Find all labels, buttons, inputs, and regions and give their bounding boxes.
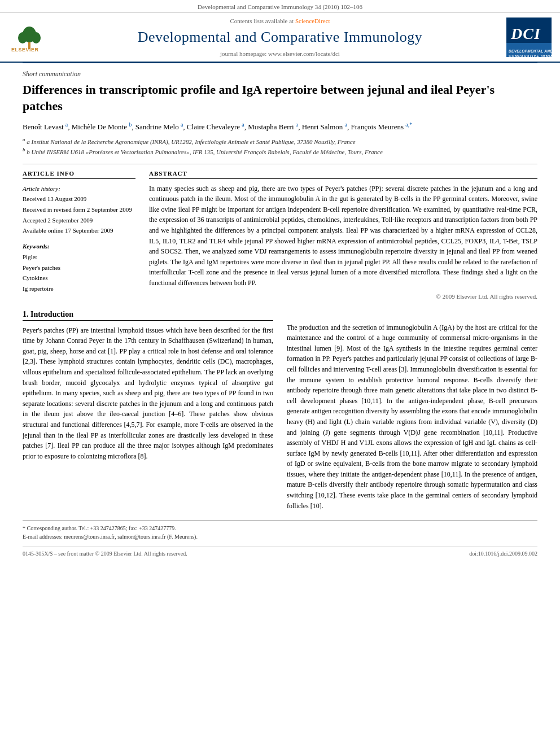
introduction-section: 1. Introduction Peyer's patches (PP) are… (23, 310, 537, 512)
keywords-section: Keywords: Piglet Peyer's patches Cytokin… (23, 243, 135, 294)
left-col-info: ARTICLE INFO Article history: Received 1… (23, 170, 135, 300)
bottom-bar: 0145-305X/$ – see front matter © 2009 El… (23, 547, 537, 557)
issn-text: 0145-305X/$ – see front matter © 2009 El… (23, 551, 187, 557)
header-left: ELSEVIER (6, 18, 56, 57)
intro-left-text: Peyer's patches (PP) are intestinal lymp… (23, 325, 273, 462)
footer-area: * Corresponding author. Tel.: +33 247427… (23, 520, 537, 541)
two-column-body: 1. Introduction Peyer's patches (PP) are… (23, 310, 537, 512)
authors-text: Benoît Levast a, Michèle De Monte b, San… (23, 123, 412, 131)
elsevier-logo: ELSEVIER (8, 22, 54, 53)
svg-point-2 (18, 32, 27, 43)
header-center: Contents lists available at ScienceDirec… (61, 18, 499, 57)
affiliation-b: b b Unité INSERM U618 «Protéases et Vect… (23, 146, 537, 156)
journal-citation: Developmental and Comparative Immunology… (198, 3, 362, 10)
accepted-date: Accepted 2 September 2009 (23, 215, 135, 226)
svg-text:DCI: DCI (510, 25, 541, 42)
article-history: Article history: Received 13 August 2009… (23, 184, 135, 236)
header-right: DCI DEVELOPMENTAL AND COMPARATIVE IMMUNO… (504, 18, 554, 57)
contents-label: Contents lists available at (230, 18, 294, 24)
top-bar: Developmental and Comparative Immunology… (0, 0, 560, 13)
affiliations: a a Institut National de la Recherche Ag… (23, 136, 537, 156)
homepage-label: journal homepage: www.elsevier.com/locat… (220, 50, 340, 57)
section-title: Introduction (30, 310, 73, 318)
intro-right-text: The production and the secretion of immu… (287, 322, 537, 512)
abstract-title: Abstract (149, 170, 537, 179)
keyword-4: Ig repertoire (23, 283, 135, 294)
history-label: Article history: (23, 184, 135, 194)
body-col-right: The production and the secretion of immu… (287, 310, 537, 512)
article-title: Differences in transcriptomic profile an… (23, 82, 537, 114)
article-info-title: ARTICLE INFO (23, 170, 135, 179)
two-column-top: ARTICLE INFO Article history: Received 1… (23, 170, 537, 300)
sciencedirect-line: Contents lists available at ScienceDirec… (230, 18, 330, 24)
keyword-3: Cytokines (23, 273, 135, 283)
main-content: Short communication Differences in trans… (0, 63, 560, 557)
online-date: Available online 17 September 2009 (23, 225, 135, 236)
received-date: Received 13 August 2009 (23, 194, 135, 204)
authors: Benoît Levast a, Michèle De Monte b, San… (23, 120, 537, 133)
sciencedirect-link[interactable]: ScienceDirect (295, 18, 330, 24)
keyword-2: Peyer's patches (23, 263, 135, 273)
dci-logo: DCI DEVELOPMENTAL AND COMPARATIVE IMMUNO… (506, 18, 552, 57)
right-col-abstract: Abstract In many species such as sheep a… (149, 170, 537, 300)
keyword-1: Piglet (23, 252, 135, 263)
body-col-left: 1. Introduction Peyer's patches (PP) are… (23, 310, 273, 512)
section-heading: 1. Introduction (23, 310, 273, 321)
header-section: ELSEVIER Contents lists available at Sci… (0, 13, 560, 63)
keywords-list: Piglet Peyer's patches Cytokines Ig repe… (23, 252, 135, 294)
svg-text:ELSEVIER: ELSEVIER (11, 47, 39, 53)
revised-date: Received in revised form 2 September 200… (23, 204, 135, 215)
section-number: 1. (23, 310, 29, 318)
keywords-label: Keywords: (23, 243, 135, 250)
abstract-text: In many species such as sheep and pig, t… (149, 184, 537, 289)
copyright-line: © 2009 Elsevier Ltd. All rights reserved… (149, 293, 537, 300)
page-container: Developmental and Comparative Immunology… (0, 0, 560, 747)
doi-text: doi:10.1016/j.dci.2009.09.002 (469, 551, 537, 557)
svg-text:DEVELOPMENTAL AND: DEVELOPMENTAL AND (509, 49, 552, 53)
svg-text:COMPARATIVE IMMUNOLOGY: COMPARATIVE IMMUNOLOGY (509, 54, 552, 57)
section-type: Short communication (23, 63, 537, 82)
svg-point-3 (32, 32, 41, 43)
divider (23, 164, 537, 164)
journal-homepage: journal homepage: www.elsevier.com/locat… (220, 50, 340, 57)
footnote-email: E-mail addresses: meurens@tours.inra.fr,… (23, 532, 537, 541)
journal-title: Developmental and Comparative Immunology (138, 29, 423, 46)
footnote-corresponding: * Corresponding author. Tel.: +33 247427… (23, 524, 537, 532)
affiliation-a: a a Institut National de la Recherche Ag… (23, 136, 537, 146)
